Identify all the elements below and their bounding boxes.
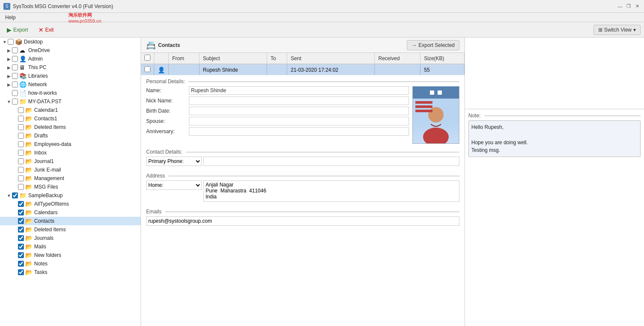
email-input[interactable] [146, 216, 459, 226]
sidebar-item-samplebackup[interactable]: ▼ 📁 SampleBackup [0, 191, 141, 200]
chevron-down-icon[interactable]: ▼ [2, 40, 8, 44]
chevron-down-icon[interactable]: ▼ [6, 193, 12, 198]
drafts-checkbox[interactable] [18, 133, 24, 139]
tasks-checkbox[interactable] [18, 269, 24, 275]
mails-checkbox[interactable] [18, 244, 24, 250]
birthdate-row: Birth Date: [146, 107, 409, 115]
spouse-input[interactable] [189, 117, 409, 125]
sidebar-item-network[interactable]: ▶ 🌐 Network [0, 80, 141, 89]
nickname-input[interactable] [189, 96, 409, 105]
sidebar-item-tasks[interactable]: ▶ 📂 Tasks [0, 268, 141, 277]
deleteditems-checkbox[interactable] [18, 124, 24, 130]
switch-view-button[interactable]: ⊞ Switch View ▾ [594, 25, 641, 35]
primary-phone-input[interactable] [203, 157, 459, 166]
sidebar-item-msgfiles[interactable]: ▶ 📂 MSG Files [0, 183, 141, 191]
chevron-down-icon[interactable]: ▼ [6, 99, 12, 104]
sidebar-item-contacts1[interactable]: ▶ 📂 Contacts1 [0, 114, 141, 123]
sidebar-item-journals[interactable]: ▶ 📂 Journals [0, 234, 141, 242]
minimize-button[interactable]: — [617, 3, 623, 10]
row-from [169, 64, 200, 75]
row-checkbox[interactable] [144, 66, 150, 72]
exit-button[interactable]: ✕ Exit [35, 25, 57, 35]
select-all-checkbox[interactable] [144, 55, 150, 61]
contacts1-checkbox[interactable] [18, 116, 24, 122]
close-button[interactable]: ✕ [634, 3, 641, 10]
export-button[interactable]: ▶ Export [3, 25, 32, 35]
mydatapst-checkbox[interactable] [12, 99, 18, 105]
contacts-checkbox[interactable] [18, 218, 24, 224]
journals-checkbox[interactable] [18, 235, 24, 241]
sidebar-item-onedrive[interactable]: ▶ ☁ OneDrive [0, 46, 141, 55]
sidebar-item-mydatapst[interactable]: ▼ 📁 MY-DATA.PST [0, 97, 141, 106]
sidebar-item-deleteditems[interactable]: ▶ 📂 Deleted Items [0, 123, 141, 131]
sidebar-item-management[interactable]: ▶ 📂 Management [0, 174, 141, 183]
junkemail-checkbox[interactable] [18, 167, 24, 173]
admin-icon: 👤 [19, 55, 27, 62]
nickname-row: Nick Name: [146, 96, 409, 105]
menu-help[interactable]: Help [3, 14, 18, 21]
onedrive-checkbox[interactable] [12, 47, 18, 53]
primary-phone-select[interactable]: Primary Phone: [146, 157, 202, 166]
maximize-button[interactable]: ❒ [625, 3, 632, 10]
email-table: From Subject To Sent Received Size(KB) [141, 53, 465, 75]
network-checkbox[interactable] [12, 82, 18, 87]
sidebar-item-mails[interactable]: ▶ 📂 Mails [0, 242, 141, 251]
table-row[interactable]: 👤 Rupesh Shinde 21-03-2020 17:24:02 55 [141, 64, 465, 75]
samplebackup-checkbox[interactable] [12, 192, 18, 198]
calendars-checkbox[interactable] [18, 210, 24, 215]
sidebar-item-calendar1[interactable]: ▶ 📂 Calendar1 [0, 106, 141, 114]
calendar1-checkbox[interactable] [18, 107, 24, 113]
libraries-checkbox[interactable] [12, 73, 18, 79]
chevron-right-icon[interactable]: ▶ [6, 48, 12, 53]
sidebar-item-newfolders[interactable]: ▶ 📂 New folders [0, 251, 141, 259]
sidebar-item-libraries[interactable]: ▶ 📚 Libraries [0, 72, 141, 80]
sidebar-item-thispc[interactable]: ▶ 🖥 This PC [0, 63, 141, 72]
contacts1-icon: 📂 [25, 115, 33, 122]
name-input[interactable] [189, 86, 409, 95]
sidebar-item-howitworks[interactable]: ▶ 📄 how-it-works [0, 89, 141, 97]
msgfiles-checkbox[interactable] [18, 184, 24, 190]
chevron-right-icon[interactable]: ▶ [6, 57, 12, 61]
sidebar-item-deleteditems2[interactable]: ▶ 📂 Deleted Items [0, 225, 141, 234]
address-section: Address Home: Anjali Nagar Pune Maharast… [146, 173, 459, 204]
deleteditems2-checkbox[interactable] [18, 227, 24, 233]
sidebar-item-alltypesofitems[interactable]: ▶ 📂 AllTypeOfItems [0, 200, 141, 208]
chevron-right-icon[interactable]: ▶ [6, 74, 12, 79]
sidebar-item-drafts[interactable]: ▶ 📂 Drafts [0, 131, 141, 140]
personal-section-header: Personal Details: [146, 79, 459, 84]
desktop-checkbox[interactable] [8, 39, 14, 45]
sidebar-item-notes[interactable]: ▶ 📂 Notes [0, 259, 141, 268]
chevron-right-icon[interactable]: ▶ [6, 82, 12, 87]
howitworks-checkbox[interactable] [12, 90, 18, 96]
sidebar-item-junkemail[interactable]: ▶ 📂 Junk E-mail [0, 166, 141, 174]
contacts-icon: 📂 [25, 218, 33, 224]
anniversary-input[interactable] [189, 127, 409, 136]
address-textarea[interactable]: Anjali Nagar Pune Maharastra 411046 Indi… [203, 180, 459, 202]
inbox-checkbox[interactable] [18, 150, 24, 156]
notes-checkbox[interactable] [18, 261, 24, 267]
sidebar-item-journal1[interactable]: ▶ 📂 Journal1 [0, 157, 141, 166]
onedrive-icon: ☁ [19, 47, 27, 54]
avatar-dot [430, 90, 434, 95]
chevron-right-icon[interactable]: ▶ [6, 65, 12, 70]
deleteditems-label: Deleted Items [34, 124, 66, 130]
sidebar-item-inbox[interactable]: ▶ 📂 Inbox [0, 148, 141, 157]
row-check[interactable] [141, 64, 154, 75]
management-checkbox[interactable] [18, 175, 24, 181]
employeesdata-checkbox[interactable] [18, 141, 24, 147]
journal1-checkbox[interactable] [18, 158, 24, 164]
sidebar-item-admin[interactable]: ▶ 👤 Admin [0, 55, 141, 63]
newfolders-checkbox[interactable] [18, 252, 24, 258]
thispc-checkbox[interactable] [12, 64, 18, 70]
birthdate-input[interactable] [189, 107, 409, 115]
export-label: Export [13, 27, 28, 33]
sidebar-item-contacts[interactable]: ▶ 📂 Contacts [0, 217, 141, 225]
col-to: To [267, 53, 287, 64]
admin-checkbox[interactable] [12, 56, 18, 62]
export-selected-button[interactable]: → Export Selected [407, 40, 459, 50]
sidebar-item-calendars[interactable]: ▶ 📂 Calendars [0, 208, 141, 217]
alltypesofitems-checkbox[interactable] [18, 201, 24, 207]
address-type-select[interactable]: Home: [146, 180, 202, 190]
sidebar-item-employeesdata[interactable]: ▶ 📂 Employees-data [0, 140, 141, 148]
sidebar-item-desktop[interactable]: ▼ 📦 Desktop [0, 38, 141, 46]
